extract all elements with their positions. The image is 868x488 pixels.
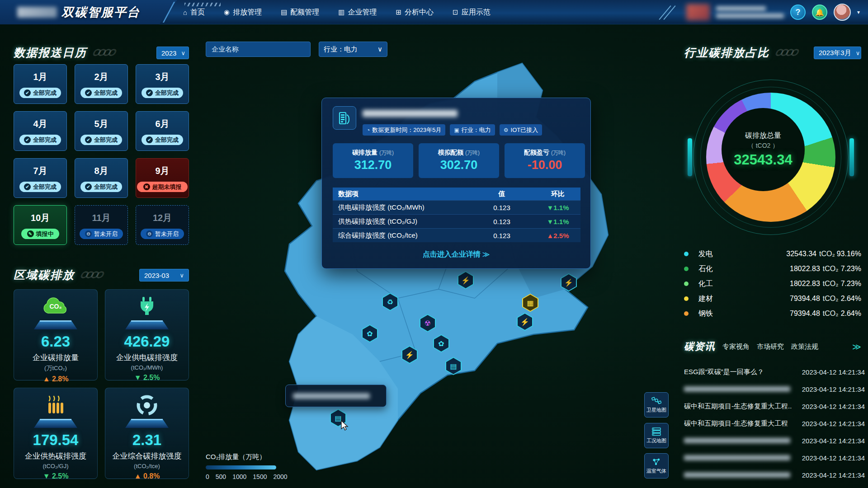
nav-label: 首页 [190,8,205,17]
monitor-icon: ▤ [281,8,287,16]
main-nav: ⌂首页 ◉排放管理 ▤配额管理 ▥企业管理 ⊞分析中心 ⊡应用示范 [183,0,491,24]
lightning-icon: ⚡ [518,314,532,330]
map-button-label: 卫星地图 [646,407,666,413]
metric-unit: (万吨) [551,150,566,156]
nav-item-enterprise[interactable]: ▥企业管理 [338,8,377,17]
nav-label: 企业管理 [348,8,377,17]
metric-label: 配额盈亏 [524,149,549,156]
lightning-icon: ⚡ [402,347,417,363]
notifications-button[interactable]: 🔔 [812,5,827,20]
nav-label: 配额管理 [290,8,319,17]
mouse-cursor-icon [340,420,349,431]
solar-panel-icon: ▦ [523,295,538,311]
company-detail-popup: ◔数据更新时间：2023年5月 ▣行业：电力 ⚙IOT已接入 碳排放量 (万吨)… [321,98,591,269]
update-time-tag: ◔数据更新时间：2023年5月 [363,124,445,136]
screen-chart-icon: ▥ [338,8,344,16]
nav-item-quota[interactable]: ▤配额管理 [281,8,319,17]
nav-item-demo[interactable]: ⊡应用示范 [453,8,491,17]
map-legend-label: CO₂排放量（万吨） [206,453,288,461]
map-button-label: 温室气体 [646,468,666,474]
clock-icon: ◔ [367,127,370,133]
metric-unit: (万吨) [465,150,480,156]
nav-label: 应用示范 [462,8,491,17]
document-icon: ▤ [446,358,461,374]
building-icon [333,106,356,130]
metric-label: 碳排放量 [352,149,377,156]
row-value: 0.123 [468,204,535,211]
popup-metrics: 碳排放量 (万吨) 312.70 模拟配额 (万吨) 302.70 配额盈亏 (… [333,143,585,178]
map-button-label: 工况地图 [646,437,666,444]
nav-item-home[interactable]: ⌂首页 [183,8,205,17]
topbar-right: ? 🔔 ▾ [665,0,860,24]
metric-value: -10.00 [505,158,585,172]
lightning-icon: ⚡ [561,274,576,291]
metric-value: 302.70 [419,158,499,172]
legend-tick: 1500 [253,473,267,480]
tag-label: 数据更新时间：2023年5月 [372,126,441,134]
brand: 双碳智服平台 [0,0,177,24]
map-filters: 企业名称 行业：电力 ∨ [206,42,387,57]
satellite-icon [651,396,661,405]
nav-item-emission[interactable]: ◉排放管理 [224,8,262,17]
bell-icon: 🔔 [815,8,824,17]
chart-icon: ◉ [224,8,230,16]
home-icon: ⌂ [183,9,187,16]
nav-item-analysis[interactable]: ⊞分析中心 [396,8,434,17]
row-name: 供电碳排放强度 (tCO₂/MWh) [333,203,468,212]
tag-label: IOT已接入 [511,126,538,134]
app-title: 双碳智服平台 [61,4,140,20]
nav-label: 分析中心 [405,8,434,17]
metric-balance: 配额盈亏 (万吨) -10.00 [505,143,585,178]
user-avatar[interactable] [834,4,851,21]
row-delta: ▼1.1% [535,204,580,211]
help-button[interactable]: ? [790,5,806,20]
blurred-company-name [293,393,370,399]
iot-tag: ⚙IOT已接入 [500,124,542,136]
popup-table: 数据项 值 环比 供电碳排放强度 (tCO₂/MWh) 0.123 ▼1.1% … [333,188,580,242]
gear-icon: ⚙ [504,127,509,133]
col-header-delta: 环比 [535,190,580,198]
table-row: 供热碳排放强度 (tCO₂/GJ) 0.123 ▼1.1% [333,214,580,228]
diagonal-lines-decoration [665,5,680,20]
question-icon: ? [795,8,800,17]
table-row: 供电碳排放强度 (tCO₂/MWh) 0.123 ▼1.1% [333,200,580,214]
metric-emission: 碳排放量 (万吨) 312.70 [333,143,413,178]
row-delta: ▲2.5% [535,232,580,239]
calculator-icon: ⊞ [396,8,402,16]
calculator-icon: ⊡ [453,8,458,16]
table-header-row: 数据项 值 环比 [333,188,580,200]
row-name: 综合碳排放强度 (tCO₂/tce) [333,231,468,240]
map-color-legend: CO₂排放量（万吨） 0 500 1000 1500 2000 [206,453,288,480]
industry-select[interactable]: 行业：电力 ∨ [319,42,387,57]
popup-tags: ◔数据更新时间：2023年5月 ▣行业：电力 ⚙IOT已接入 [363,124,542,136]
server-stack-icon [651,427,661,436]
molecule-icon [651,457,661,466]
blurred-org-badge [686,4,710,20]
greenhouse-gas-button[interactable]: 温室气体 [644,453,669,479]
monitor-icon: ▣ [454,127,459,133]
tag-label: 行业：电力 [462,126,491,134]
map-legend-gradient [206,465,276,469]
radiation-icon: ☢ [420,315,435,331]
row-value: 0.123 [468,232,535,239]
company-name-input[interactable]: 企业名称 [206,42,311,57]
legend-tick: 0 [206,473,209,480]
blurred-company-name [363,110,458,117]
condition-map-button[interactable]: 工况地图 [644,423,669,448]
leaf-icon: ✿ [363,325,377,342]
industry-tag: ▣行业：电力 [450,124,495,136]
company-detail-link[interactable]: 点击进入企业详情 ≫ [322,250,590,259]
map-tooltip-company[interactable] [285,385,387,407]
metric-label: 模拟配额 [438,149,463,156]
legend-tick: 500 [216,473,226,480]
metric-value: 312.70 [333,158,413,172]
blurred-org-name [716,6,784,18]
company-name-placeholder: 企业名称 [212,45,239,54]
row-delta: ▼1.1% [535,218,580,225]
col-header-name: 数据项 [333,190,468,198]
metric-quota: 模拟配额 (万吨) 302.70 [419,143,499,178]
satellite-map-button[interactable]: 卫星地图 [644,392,669,418]
table-row: 综合碳排放强度 (tCO₂/tce) 0.123 ▲2.5% [333,228,580,242]
chevron-down-icon[interactable]: ▾ [857,9,860,15]
metric-unit: (万吨) [379,150,394,156]
